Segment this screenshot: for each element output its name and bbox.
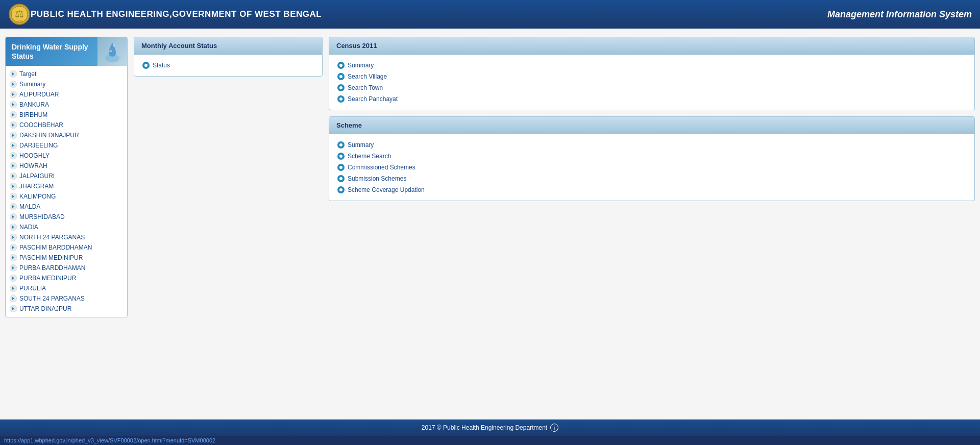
sidebar-item[interactable]: PURBA MEDINIPUR: [8, 273, 125, 283]
scheme-panel-body: Summary Scheme Search Commissioned Schem…: [329, 134, 974, 201]
sidebar-item[interactable]: Target: [8, 69, 125, 79]
url-bar: https://app1.wbphed.gov.in/phed_v3_view/…: [0, 436, 980, 445]
right-section: Census 2011 Summary Search Village Searc…: [329, 37, 975, 201]
sidebar-item-label: HOOGHLY: [19, 152, 50, 159]
arrow-right-icon: [10, 111, 17, 118]
header-mis-label: Management Information System: [827, 9, 972, 20]
bullet-icon: [337, 141, 345, 149]
bullet-icon: [337, 175, 345, 182]
sidebar-item[interactable]: BIRBHUM: [8, 110, 125, 120]
bullet-icon: [142, 62, 150, 69]
sidebar-item-label: PURULIA: [19, 285, 46, 292]
census-panel-body: Summary Search Village Search Town Searc…: [329, 55, 974, 110]
sidebar-item[interactable]: BANKURA: [8, 100, 125, 110]
middle-section: Monthly Account Status Status: [134, 37, 323, 77]
sidebar-item-label: SOUTH 24 PARGANAS: [19, 295, 85, 302]
sidebar-item-label: BIRBHUM: [19, 111, 47, 118]
monthly-account-header: Monthly Account Status: [134, 37, 322, 55]
sidebar-item[interactable]: PASCHIM BARDDHAMAN: [8, 242, 125, 253]
sidebar-item[interactable]: NADIA: [8, 222, 125, 232]
scheme-link-label: Summary: [348, 141, 374, 149]
bullet-icon: [337, 186, 345, 193]
arrow-right-icon: [10, 264, 17, 271]
sidebar-item[interactable]: HOWRAH: [8, 161, 125, 171]
sidebar-item[interactable]: JALPAIGURI: [8, 171, 125, 181]
sidebar-item[interactable]: DAKSHIN DINAJPUR: [8, 130, 125, 140]
bullet-icon: [337, 153, 345, 160]
scheme-link-item[interactable]: Scheme Coverage Updation: [336, 184, 967, 195]
svg-point-5: [109, 50, 112, 52]
bullet-icon: [337, 73, 345, 80]
sidebar-item[interactable]: DARJEELING: [8, 140, 125, 151]
bullet-icon: [337, 84, 345, 91]
sidebar-item-label: COOCHBEHAR: [19, 121, 63, 129]
arrow-right-icon: [10, 193, 17, 200]
sidebar-item-label: ALIPURDUAR: [19, 91, 59, 98]
arrow-right-icon: [10, 285, 17, 292]
scheme-link-item[interactable]: Summary: [336, 139, 967, 151]
sidebar-item[interactable]: NORTH 24 PARGANAS: [8, 232, 125, 242]
sidebar-item[interactable]: JHARGRAM: [8, 181, 125, 191]
scheme-panel: Scheme Summary Scheme Search Commissione…: [329, 116, 975, 201]
census-link-label: Search Town: [348, 84, 383, 91]
sidebar-item-label: HOWRAH: [19, 162, 47, 169]
sidebar-item[interactable]: SOUTH 24 PARGANAS: [8, 293, 125, 304]
svg-text:INDIA: INDIA: [16, 20, 23, 23]
arrow-right-icon: [10, 244, 17, 251]
footer-copyright: 2017 © Public Health Engineering Departm…: [422, 424, 547, 431]
header: ⚖ INDIA PUBLIC HEALTH ENGINEERING,GOVERN…: [0, 0, 980, 29]
scheme-link-label: Scheme Search: [348, 153, 391, 160]
sidebar-item[interactable]: Summary: [8, 79, 125, 89]
monthly-account-panel: Monthly Account Status Status: [134, 37, 323, 77]
sidebar-item[interactable]: PASCHIM MEDINIPUR: [8, 253, 125, 263]
government-emblem: ⚖ INDIA: [8, 3, 31, 26]
sidebar-item-label: MALDA: [19, 203, 40, 210]
district-list: Target Summary ALIPURDUAR BANKURA BIRBHU…: [6, 66, 127, 317]
scheme-link-item[interactable]: Scheme Search: [336, 151, 967, 162]
sidebar-item[interactable]: MALDA: [8, 202, 125, 212]
sidebar-item[interactable]: MURSHIDABAD: [8, 212, 125, 222]
scheme-link-item[interactable]: Commissioned Schemes: [336, 162, 967, 173]
sidebar-item[interactable]: PURBA BARDDHAMAN: [8, 263, 125, 273]
bullet-icon: [337, 95, 345, 103]
svg-point-6: [113, 43, 117, 47]
info-icon[interactable]: i: [550, 424, 558, 432]
monthly-status-item[interactable]: Status: [141, 60, 315, 71]
sidebar-item-label: UTTAR DINAJPUR: [19, 305, 71, 312]
sidebar-item-label: KALIMPONG: [19, 193, 56, 200]
census-link-item[interactable]: Summary: [336, 60, 967, 71]
scheme-link-label: Submission Schemes: [348, 175, 406, 182]
arrow-right-icon: [10, 70, 17, 78]
arrow-right-icon: [10, 305, 17, 312]
census-link-item[interactable]: Search Village: [336, 71, 967, 82]
sidebar-item[interactable]: KALIMPONG: [8, 191, 125, 202]
sidebar-item-label: DAKSHIN DINAJPUR: [19, 132, 79, 139]
census-link-item[interactable]: Search Town: [336, 82, 967, 93]
census-link-label: Summary: [348, 62, 374, 69]
arrow-right-icon: [10, 132, 17, 139]
scheme-link-label: Scheme Coverage Updation: [348, 186, 425, 193]
monthly-status-label: Status: [153, 62, 170, 69]
drinking-water-panel-title: Drinking Water Supply Status: [6, 37, 97, 66]
sidebar-item[interactable]: HOOGHLY: [8, 151, 125, 161]
monthly-account-body: Status: [134, 55, 322, 76]
sidebar-item[interactable]: COOCHBEHAR: [8, 120, 125, 130]
drinking-water-image: [97, 37, 127, 66]
scheme-link-item[interactable]: Submission Schemes: [336, 173, 967, 184]
census-panel: Census 2011 Summary Search Village Searc…: [329, 37, 975, 110]
panels-row: Drinking Water Supply Status Target: [5, 37, 975, 317]
arrow-right-icon: [10, 101, 17, 108]
arrow-right-icon: [10, 203, 17, 210]
sidebar-item[interactable]: ALIPURDUAR: [8, 89, 125, 100]
sidebar-item-label: DARJEELING: [19, 142, 58, 149]
arrow-right-icon: [10, 254, 17, 261]
sidebar-item[interactable]: PURULIA: [8, 283, 125, 293]
header-title: PUBLIC HEALTH ENGINEERING,GOVERNMENT OF …: [31, 9, 827, 19]
sidebar-item-label: PASCHIM BARDDHAMAN: [19, 244, 92, 251]
sidebar-item[interactable]: UTTAR DINAJPUR: [8, 304, 125, 314]
arrow-right-icon: [10, 121, 17, 129]
sidebar-item-label: PASCHIM MEDINIPUR: [19, 254, 83, 261]
census-link-item[interactable]: Search Panchayat: [336, 93, 967, 105]
sidebar-item-label: JHARGRAM: [19, 183, 54, 190]
sidebar-item-label: Summary: [19, 81, 45, 88]
